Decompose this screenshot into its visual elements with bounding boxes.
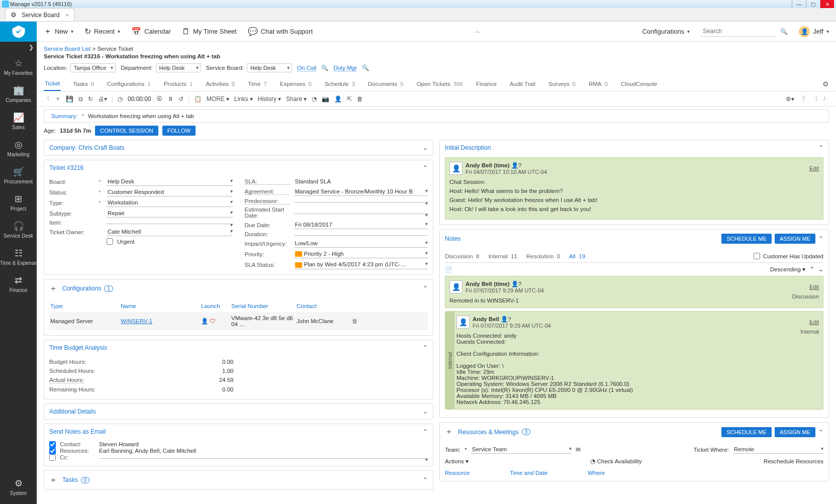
links-menu[interactable]: Links ▾ — [234, 95, 253, 103]
tab-time[interactable]: Time7 — [247, 77, 268, 90]
tab-surveys[interactable]: Surveys0 — [547, 77, 577, 90]
contact-checkbox[interactable] — [49, 441, 56, 448]
item-field[interactable] — [107, 222, 233, 224]
collapse-icon[interactable]: ⌄ — [423, 408, 428, 415]
owner-field[interactable]: Cate Mitchell — [107, 228, 233, 236]
subtype-field[interactable]: Repair — [107, 209, 233, 218]
customer-updated-checkbox[interactable] — [754, 253, 760, 259]
sidebar-item-finance[interactable]: ⇄Finance — [0, 270, 37, 297]
search-icon[interactable]: 🔍 — [321, 64, 328, 71]
agreement-field[interactable]: Managed Service - Bronze/Monthly 10 Hour… — [294, 187, 428, 196]
cc-field[interactable] — [99, 456, 428, 459]
urgent-checkbox[interactable] — [107, 238, 113, 245]
tab-configurations[interactable]: Configurations1 — [106, 77, 152, 90]
add-button[interactable]: ＋ — [55, 94, 61, 103]
collapse-icon[interactable]: ⌃ — [423, 428, 428, 435]
refresh-icon[interactable]: ↻ — [88, 95, 93, 103]
sidebar-item-timeexpense[interactable]: ☷Time & Expense — [0, 243, 37, 270]
status-field[interactable]: Customer Responded — [107, 188, 233, 196]
reschedule-button[interactable]: Reschedule Resources — [764, 458, 823, 464]
record-icon[interactable]: ⦿ — [156, 95, 162, 103]
new-button[interactable]: ＋New▾ — [44, 26, 73, 37]
history-menu[interactable]: History ▾ — [258, 95, 281, 103]
department-dropdown[interactable]: Help Desk — [156, 63, 201, 72]
on-call-link[interactable]: On Call — [297, 65, 316, 71]
app-logo[interactable] — [0, 22, 37, 42]
add-task-icon[interactable]: ＋ — [49, 475, 57, 485]
ticket-where-field[interactable]: Remote — [733, 445, 823, 454]
config-name-link[interactable]: WINSERV-1 — [121, 318, 152, 324]
check-availability-button[interactable]: ◔ Check Availability — [590, 458, 641, 465]
person-icon[interactable]: 👤 — [334, 95, 342, 103]
notes-tab-discussion[interactable]: Discussion 8 — [445, 253, 479, 259]
board-field[interactable]: Help Desk — [107, 177, 233, 186]
save-close-icon[interactable]: ⧉ — [78, 95, 83, 103]
tab-products[interactable]: Products1 — [163, 77, 194, 90]
collapse-icon[interactable]: ⌃ — [423, 164, 428, 171]
resources-checkbox[interactable] — [49, 448, 56, 454]
copy-icon[interactable]: 📋 — [194, 95, 202, 103]
email-icon[interactable]: ✉ — [576, 446, 581, 453]
calendar-button[interactable]: 📅Calendar — [131, 27, 171, 36]
delete-icon[interactable]: 🗑 — [357, 95, 363, 103]
summary-text[interactable]: Workstation freezing when using Alt + ta… — [88, 113, 194, 119]
pause-icon[interactable]: ⏸ — [167, 95, 173, 103]
notes-tab-resolution[interactable]: Resolution 0 — [526, 253, 560, 259]
sidebar-item-project[interactable]: ⊞Project — [0, 188, 37, 216]
company-title[interactable]: Company: Chris Craft Boats — [49, 144, 124, 151]
impact-field[interactable]: Low/Low — [294, 239, 428, 248]
est-start-date-field[interactable] — [294, 212, 428, 214]
duty-mgr-link[interactable]: Duty Mgr — [333, 65, 357, 71]
tab-open-tickets[interactable]: Open Tickets388 — [416, 77, 464, 90]
assign-me-button[interactable]: ASSIGN ME — [775, 427, 815, 437]
breadcrumb-list[interactable]: Service Board List — [44, 46, 90, 52]
service-board-dropdown[interactable]: Help Desk — [247, 63, 292, 72]
schedule-me-button[interactable]: SCHEDULE ME — [721, 427, 771, 437]
collapse-icon[interactable]: ⌃ — [818, 144, 823, 151]
search-input[interactable] — [701, 26, 776, 37]
edit-link[interactable]: Edit — [809, 284, 819, 290]
collapse-icon[interactable]: ⌃ — [423, 344, 428, 351]
sidebar-expand[interactable]: ❯ — [0, 42, 37, 53]
notes-tab-internal[interactable]: Internal 11 — [488, 253, 517, 259]
follow-button[interactable]: FOLLOW — [162, 126, 196, 136]
search-icon[interactable]: 🔍 — [780, 28, 788, 35]
tab-tasks[interactable]: Tasks0 — [72, 77, 95, 90]
add-config-icon[interactable]: ＋ — [49, 283, 57, 294]
sidebar-item-sales[interactable]: 📈Sales — [0, 107, 37, 134]
sort-up-icon[interactable]: ⌃ — [809, 266, 814, 273]
control-session-button[interactable]: CONTROL SESSION — [95, 126, 158, 136]
tab-cloudconsole[interactable]: CloudConsole — [620, 77, 658, 90]
edit-link[interactable]: Edit — [809, 319, 819, 325]
camera-icon[interactable]: 📷 — [322, 95, 329, 103]
nav-next[interactable]: 〉 — [823, 94, 829, 103]
timer-icon[interactable]: ◷ — [118, 95, 123, 103]
sort-dropdown[interactable]: Descending ▾ — [770, 266, 805, 273]
due-date-field[interactable]: Fri 08/18/2017 — [294, 221, 428, 229]
delete-row-icon[interactable]: 🗑 — [351, 318, 363, 324]
predecessor-field[interactable] — [294, 200, 428, 203]
collapse-icon[interactable]: ⌃ — [818, 429, 823, 436]
clock-icon[interactable]: ◔ — [312, 95, 317, 103]
window-maximize[interactable]: ▢ — [806, 0, 820, 8]
nav-back[interactable]: 〈 — [44, 94, 50, 103]
add-note-icon[interactable]: 📄 — [445, 266, 452, 273]
collapse-icon[interactable]: ︿ — [475, 28, 481, 35]
tab-finance[interactable]: Finance — [475, 77, 498, 90]
settings-icon[interactable]: ⚙▾ — [786, 95, 794, 103]
sidebar-item-system[interactable]: ⚙System — [0, 473, 37, 500]
location-dropdown[interactable]: Tampa Office — [70, 63, 116, 72]
tab-audit-trail[interactable]: Audit Trail — [509, 77, 536, 90]
configurations-dropdown[interactable]: Configurations▾ — [642, 28, 690, 35]
save-icon[interactable]: 💾 — [66, 95, 73, 103]
timesheet-button[interactable]: 🗒My Time Sheet — [182, 27, 237, 36]
search-icon[interactable]: 🔍 — [362, 64, 369, 71]
add-resource-icon[interactable]: ＋ — [445, 427, 453, 437]
user-menu[interactable]: 👤 Jeff▾ — [799, 26, 829, 37]
nav-prev[interactable]: 〈 — [812, 94, 818, 103]
more-menu[interactable]: MORE ▾ — [207, 95, 229, 103]
app-tab-service-board[interactable]: ⚙ Service Board × — [5, 8, 74, 21]
priority-field[interactable]: Priority 2 - High — [294, 250, 428, 258]
popout-icon[interactable]: ⇱ — [347, 95, 352, 103]
sidebar-item-favorites[interactable]: ☆My Favorites — [0, 53, 37, 80]
